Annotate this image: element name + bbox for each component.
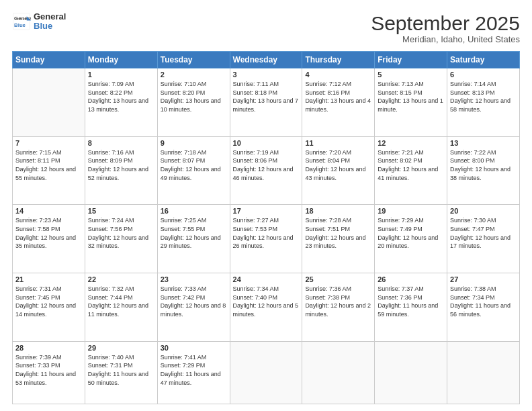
- cell-info: Sunrise: 7:24 AMSunset: 7:56 PMDaylight:…: [88, 216, 154, 250]
- cell-info: Sunrise: 7:22 AMSunset: 8:00 PMDaylight:…: [450, 148, 517, 182]
- day-number: 14: [15, 207, 82, 215]
- cell-info: Sunrise: 7:28 AMSunset: 7:51 PMDaylight:…: [305, 216, 371, 250]
- cell-info: Sunrise: 7:40 AMSunset: 7:31 PMDaylight:…: [88, 353, 154, 387]
- cell-info: Sunrise: 7:32 AMSunset: 7:44 PMDaylight:…: [88, 285, 154, 318]
- svg-text:Blue: Blue: [14, 22, 26, 28]
- day-number: 16: [161, 207, 227, 215]
- day-header-wednesday: Wednesday: [230, 52, 302, 68]
- day-number: 3: [233, 71, 300, 79]
- cell-info: Sunrise: 7:33 AMSunset: 7:42 PMDaylight:…: [161, 285, 227, 318]
- calendar-cell: 5Sunrise: 7:13 AMSunset: 8:15 PMDaylight…: [375, 68, 447, 137]
- calendar-cell: 7Sunrise: 7:15 AMSunset: 8:11 PMDaylight…: [13, 136, 85, 205]
- calendar-cell: 14Sunrise: 7:23 AMSunset: 7:58 PMDayligh…: [13, 205, 85, 273]
- day-number: 22: [88, 275, 154, 283]
- calendar-cell: [13, 68, 85, 137]
- day-number: 9: [161, 139, 227, 147]
- day-number: 2: [161, 71, 227, 79]
- cell-info: Sunrise: 7:27 AMSunset: 7:53 PMDaylight:…: [233, 216, 300, 250]
- cell-info: Sunrise: 7:38 AMSunset: 7:34 PMDaylight:…: [450, 285, 517, 318]
- calendar-cell: 21Sunrise: 7:31 AMSunset: 7:45 PMDayligh…: [13, 273, 85, 342]
- day-number: 13: [450, 139, 517, 147]
- day-number: 26: [378, 275, 444, 283]
- calendar-week-row: 7Sunrise: 7:15 AMSunset: 8:11 PMDaylight…: [13, 136, 520, 205]
- cell-info: Sunrise: 7:14 AMSunset: 8:13 PMDaylight:…: [450, 80, 517, 113]
- calendar-cell: 25Sunrise: 7:36 AMSunset: 7:38 PMDayligh…: [302, 273, 375, 342]
- logo-icon: General Blue: [12, 12, 31, 31]
- day-number: 25: [305, 275, 371, 283]
- calendar-cell: 1Sunrise: 7:09 AMSunset: 8:22 PMDaylight…: [85, 68, 157, 137]
- calendar-cell: 9Sunrise: 7:18 AMSunset: 8:07 PMDaylight…: [157, 136, 230, 205]
- day-header-saturday: Saturday: [447, 52, 520, 68]
- calendar-header-row: SundayMondayTuesdayWednesdayThursdayFrid…: [13, 52, 520, 68]
- calendar-week-row: 1Sunrise: 7:09 AMSunset: 8:22 PMDaylight…: [13, 68, 520, 137]
- day-number: 17: [233, 207, 300, 215]
- cell-info: Sunrise: 7:30 AMSunset: 7:47 PMDaylight:…: [450, 216, 517, 250]
- main-title: September 2025: [371, 12, 520, 34]
- calendar-cell: 16Sunrise: 7:25 AMSunset: 7:55 PMDayligh…: [157, 205, 230, 273]
- calendar-week-row: 28Sunrise: 7:39 AMSunset: 7:33 PMDayligh…: [13, 341, 520, 404]
- calendar-cell: [375, 341, 447, 404]
- cell-info: Sunrise: 7:13 AMSunset: 8:15 PMDaylight:…: [378, 80, 444, 113]
- calendar-cell: 4Sunrise: 7:12 AMSunset: 8:16 PMDaylight…: [302, 68, 375, 137]
- calendar-cell: 3Sunrise: 7:11 AMSunset: 8:18 PMDaylight…: [230, 68, 302, 137]
- subtitle: Meridian, Idaho, United States: [371, 34, 520, 44]
- calendar-cell: [302, 341, 375, 404]
- cell-info: Sunrise: 7:15 AMSunset: 8:11 PMDaylight:…: [15, 148, 82, 182]
- calendar-cell: 10Sunrise: 7:19 AMSunset: 8:06 PMDayligh…: [230, 136, 302, 205]
- header: General Blue General Blue September 2025…: [12, 12, 520, 44]
- page: General Blue General Blue September 2025…: [0, 0, 532, 411]
- day-number: 1: [88, 71, 154, 79]
- calendar-cell: 27Sunrise: 7:38 AMSunset: 7:34 PMDayligh…: [447, 273, 520, 342]
- calendar-cell: 17Sunrise: 7:27 AMSunset: 7:53 PMDayligh…: [230, 205, 302, 273]
- day-number: 12: [378, 139, 444, 147]
- calendar-cell: 8Sunrise: 7:16 AMSunset: 8:09 PMDaylight…: [85, 136, 157, 205]
- calendar-table: SundayMondayTuesdayWednesdayThursdayFrid…: [12, 51, 520, 404]
- logo-line2: Blue: [34, 21, 66, 31]
- calendar-cell: 24Sunrise: 7:34 AMSunset: 7:40 PMDayligh…: [230, 273, 302, 342]
- cell-info: Sunrise: 7:25 AMSunset: 7:55 PMDaylight:…: [161, 216, 227, 250]
- day-number: 6: [450, 71, 517, 79]
- cell-info: Sunrise: 7:21 AMSunset: 8:02 PMDaylight:…: [378, 148, 444, 182]
- calendar-cell: 15Sunrise: 7:24 AMSunset: 7:56 PMDayligh…: [85, 205, 157, 273]
- cell-info: Sunrise: 7:16 AMSunset: 8:09 PMDaylight:…: [88, 148, 154, 182]
- logo-text: General Blue: [34, 12, 66, 32]
- calendar-week-row: 14Sunrise: 7:23 AMSunset: 7:58 PMDayligh…: [13, 205, 520, 273]
- day-number: 29: [88, 344, 154, 352]
- cell-info: Sunrise: 7:39 AMSunset: 7:33 PMDaylight:…: [15, 353, 82, 387]
- cell-info: Sunrise: 7:19 AMSunset: 8:06 PMDaylight:…: [233, 148, 300, 182]
- calendar-cell: 23Sunrise: 7:33 AMSunset: 7:42 PMDayligh…: [157, 273, 230, 342]
- calendar-cell: 29Sunrise: 7:40 AMSunset: 7:31 PMDayligh…: [85, 341, 157, 404]
- day-header-monday: Monday: [85, 52, 157, 68]
- calendar-cell: 20Sunrise: 7:30 AMSunset: 7:47 PMDayligh…: [447, 205, 520, 273]
- day-number: 27: [450, 275, 517, 283]
- day-number: 20: [450, 207, 517, 215]
- cell-info: Sunrise: 7:11 AMSunset: 8:18 PMDaylight:…: [233, 80, 300, 113]
- cell-info: Sunrise: 7:23 AMSunset: 7:58 PMDaylight:…: [15, 216, 82, 250]
- cell-info: Sunrise: 7:41 AMSunset: 7:29 PMDaylight:…: [161, 353, 227, 387]
- cell-info: Sunrise: 7:18 AMSunset: 8:07 PMDaylight:…: [161, 148, 227, 182]
- day-number: 5: [378, 71, 444, 79]
- day-number: 11: [305, 139, 371, 147]
- day-number: 8: [88, 139, 154, 147]
- day-number: 24: [233, 275, 300, 283]
- calendar-cell: [447, 341, 520, 404]
- calendar-cell: [230, 341, 302, 404]
- calendar-cell: 26Sunrise: 7:37 AMSunset: 7:36 PMDayligh…: [375, 273, 447, 342]
- calendar-cell: 6Sunrise: 7:14 AMSunset: 8:13 PMDaylight…: [447, 68, 520, 137]
- logo-line1: General: [34, 12, 66, 21]
- day-header-tuesday: Tuesday: [157, 52, 230, 68]
- day-header-sunday: Sunday: [13, 52, 85, 68]
- day-number: 15: [88, 207, 154, 215]
- calendar-cell: 12Sunrise: 7:21 AMSunset: 8:02 PMDayligh…: [375, 136, 447, 205]
- day-number: 30: [161, 344, 227, 352]
- cell-info: Sunrise: 7:29 AMSunset: 7:49 PMDaylight:…: [378, 216, 444, 250]
- day-number: 4: [305, 71, 371, 79]
- calendar-cell: 18Sunrise: 7:28 AMSunset: 7:51 PMDayligh…: [302, 205, 375, 273]
- calendar-cell: 19Sunrise: 7:29 AMSunset: 7:49 PMDayligh…: [375, 205, 447, 273]
- cell-info: Sunrise: 7:09 AMSunset: 8:22 PMDaylight:…: [88, 80, 154, 113]
- calendar-cell: 22Sunrise: 7:32 AMSunset: 7:44 PMDayligh…: [85, 273, 157, 342]
- title-block: September 2025 Meridian, Idaho, United S…: [371, 12, 520, 44]
- calendar-cell: 28Sunrise: 7:39 AMSunset: 7:33 PMDayligh…: [13, 341, 85, 404]
- day-number: 23: [161, 275, 227, 283]
- day-number: 10: [233, 139, 300, 147]
